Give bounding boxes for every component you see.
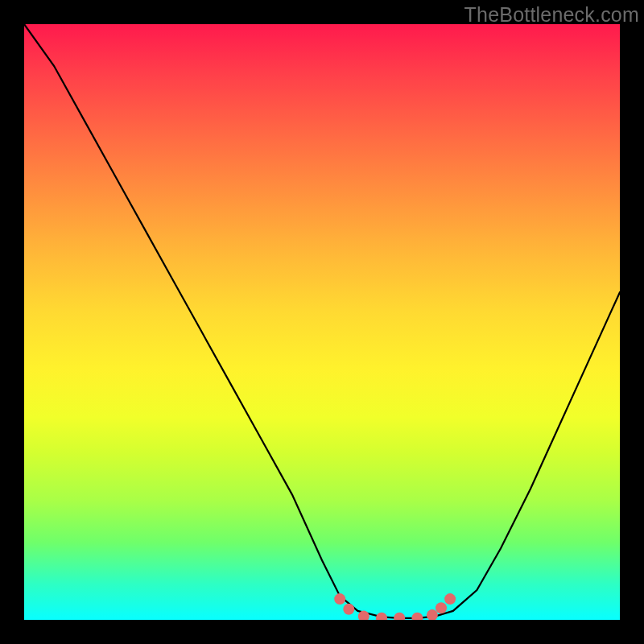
optimal-range-dots <box>334 593 456 620</box>
chart-frame: TheBottleneck.com <box>0 0 644 644</box>
chart-svg <box>24 24 620 620</box>
marker-dot <box>436 602 447 613</box>
marker-dot <box>334 593 345 605</box>
marker-dot <box>343 604 354 615</box>
mismatch-curve <box>24 24 620 618</box>
marker-dot <box>394 613 405 620</box>
plot-area <box>24 24 620 620</box>
marker-dot <box>444 593 456 605</box>
marker-dot <box>376 613 387 620</box>
marker-dot <box>427 609 438 620</box>
marker-dot <box>411 613 423 620</box>
watermark-text: TheBottleneck.com <box>464 3 639 27</box>
